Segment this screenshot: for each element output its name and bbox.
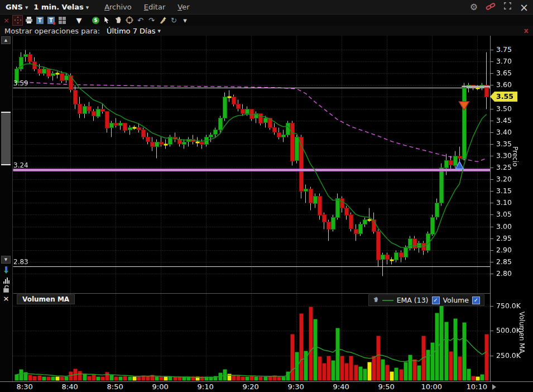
scroll-right-icon[interactable] <box>492 384 496 390</box>
volume-legend-label: Volume <box>443 296 469 304</box>
price-tick-label: 3.00 <box>491 222 512 231</box>
price-tag-arrow-icon <box>490 92 494 102</box>
price-tick-label: 3.25 <box>491 163 512 171</box>
link-icon[interactable] <box>486 2 496 13</box>
ema-checkbox[interactable]: ✓ <box>432 297 440 304</box>
timeframe-selector[interactable]: 1 min. Velas <box>33 3 83 11</box>
legend-hand-icon[interactable] <box>373 296 379 304</box>
time-tick-label: 9:10 <box>198 383 214 391</box>
maximize-icon[interactable] <box>503 2 512 12</box>
filter-value-dropdown[interactable]: Último 7 Días <box>107 27 155 35</box>
time-tick-label: 9:30 <box>288 383 304 391</box>
hline-label-3.24: 3.24 <box>13 161 28 169</box>
chart-plot-area[interactable] <box>12 36 491 381</box>
price-tick-label: 3.05 <box>491 210 512 218</box>
price-tick-label: 3.15 <box>491 187 512 195</box>
undo-icon[interactable]: ↶ <box>136 16 145 25</box>
draw-dropdown-icon[interactable]: ▼ <box>74 16 84 25</box>
pointer-tool-icon[interactable] <box>102 16 112 25</box>
price-tick-label: 3.30 <box>491 151 512 160</box>
filter-label: Mostrar operaciones para: <box>4 27 100 35</box>
title-bar: GNS ▼ 1 min. Velas ▼ ArchivoEditarVer ⚙ … <box>0 0 533 15</box>
filter-bar: Mostrar operaciones para: Último 7 Días … <box>0 26 533 36</box>
remove-study-icon[interactable]: × <box>2 16 11 25</box>
time-tick-label: 9:50 <box>378 383 395 391</box>
price-axis-title: Precio <box>511 146 519 166</box>
scrollbar-thumb[interactable] <box>1 112 11 165</box>
text-note-alert-icon[interactable]: T <box>46 16 56 25</box>
timeframe-caret-icon[interactable]: ▼ <box>86 6 89 10</box>
price-tick-label: 3.60 <box>491 80 512 89</box>
menu-bar: ArchivoEditarVer <box>104 3 189 11</box>
price-tick-label: 3.10 <box>491 198 512 207</box>
close-pane-icon[interactable]: × <box>2 294 11 303</box>
price-tick-label: 3.45 <box>491 116 512 125</box>
layout-grid-icon[interactable] <box>57 16 67 25</box>
filter-close-icon[interactable]: x <box>524 26 529 35</box>
left-scroll-rail: ▲ ▼ × <box>0 36 12 381</box>
time-tick-label: 9:00 <box>152 383 169 391</box>
time-tick-label: 8:40 <box>62 383 78 391</box>
text-note-icon[interactable]: T <box>35 16 45 25</box>
scroll-up-icon[interactable]: ▲ <box>1 36 11 44</box>
volume-axis-title: Volumen MA <box>518 312 526 353</box>
drawing-toolbar: ×TT▼$↶↷↻▾ <box>0 15 533 26</box>
window-controls: ⚙ × <box>470 2 529 13</box>
price-tick-label: 3.65 <box>491 69 512 77</box>
time-tick-label: 9:40 <box>333 383 349 391</box>
volume-checkbox[interactable]: ✓ <box>472 297 480 304</box>
time-tick-label: 8:30 <box>17 383 33 391</box>
refresh-dropdown-icon[interactable]: ▾ <box>180 16 190 25</box>
time-tick-label: 8:50 <box>107 383 123 391</box>
price-tick-label: 3.20 <box>491 175 512 183</box>
price-alert-dollar-icon[interactable]: $ <box>91 16 100 25</box>
time-tick-label: 10:10 <box>466 383 487 391</box>
menu-archivo[interactable]: Archivo <box>104 3 132 11</box>
lock-icon[interactable] <box>2 284 11 293</box>
symbol-caret-icon[interactable]: ▼ <box>25 6 28 10</box>
settings-gear-icon[interactable]: ⚙ <box>470 3 478 12</box>
volume-tick-label: 500.0K <box>491 326 521 334</box>
move-tool-icon[interactable] <box>13 16 22 25</box>
pointer-pin-icon[interactable] <box>2 265 11 274</box>
time-tick-label: 9:20 <box>243 383 259 391</box>
price-tick-label: 2.95 <box>491 234 512 242</box>
time-axis: 8:308:408:509:009:109:209:309:409:5010:0… <box>0 382 533 392</box>
current-price-tag: 3.55 <box>490 92 517 102</box>
price-tick-label: 3.35 <box>491 140 512 148</box>
price-tick-label: 2.80 <box>491 269 512 278</box>
menu-ver[interactable]: Ver <box>177 3 189 11</box>
price-tick-label: 3.70 <box>491 57 512 65</box>
chart-window: GNS ▼ 1 min. Velas ▼ ArchivoEditarVer ⚙ … <box>0 0 533 392</box>
price-tick-label: 2.85 <box>491 257 512 266</box>
volume-histogram-icon[interactable] <box>2 276 11 285</box>
hline-label-3.59: 3.59 <box>13 79 28 87</box>
refresh-icon[interactable]: ↻ <box>169 16 179 25</box>
redo-icon[interactable]: ↷ <box>147 16 156 25</box>
symbol-selector[interactable]: GNS <box>6 3 23 11</box>
price-tick-label: 3.50 <box>491 104 512 113</box>
filter-caret-icon[interactable]: ▼ <box>157 29 160 34</box>
paintbrush-icon[interactable] <box>158 16 167 25</box>
price-tag-value: 3.55 <box>494 92 517 102</box>
volume-legend: EMA (13) ✓ Volume ✓ <box>368 294 484 306</box>
crosshair-target-icon[interactable] <box>124 16 134 25</box>
price-tick-label: 3.40 <box>491 128 512 136</box>
scroll-down-icon[interactable]: ▼ <box>1 256 11 264</box>
print-icon[interactable] <box>24 16 33 25</box>
ema-line-swatch <box>382 300 393 301</box>
ema-legend-label: EMA (13) <box>397 296 429 304</box>
close-icon[interactable]: × <box>520 3 529 12</box>
volume-tick-label: 250.0K <box>491 351 521 360</box>
pan-hand-tool-icon[interactable] <box>113 16 123 25</box>
price-tick-label: 3.75 <box>491 45 512 54</box>
volume-tick-label: 750.0K <box>491 302 521 310</box>
time-tick-label: 10:00 <box>421 383 441 391</box>
volume-pane-title[interactable]: Volumen MA <box>17 294 75 304</box>
price-tick-label: 2.90 <box>491 246 512 254</box>
menu-editar[interactable]: Editar <box>144 3 166 11</box>
hline-label-2.83: 2.83 <box>13 258 28 266</box>
